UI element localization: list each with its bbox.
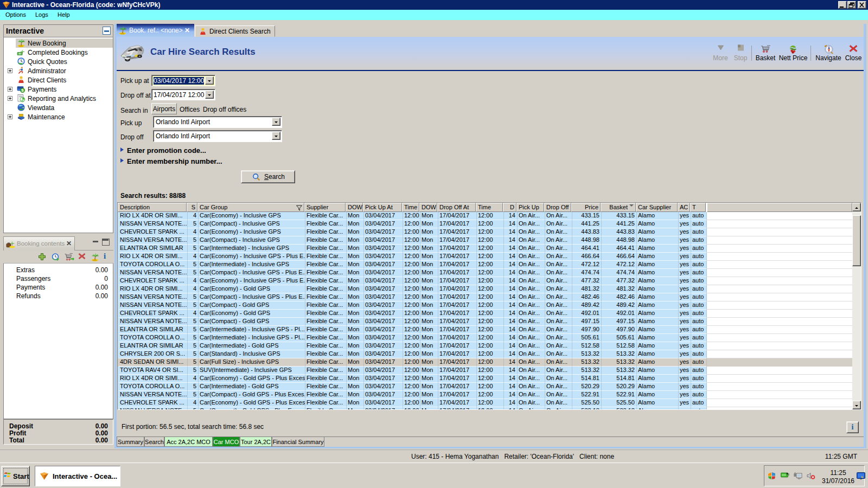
svg-text:$: $ bbox=[21, 88, 24, 93]
